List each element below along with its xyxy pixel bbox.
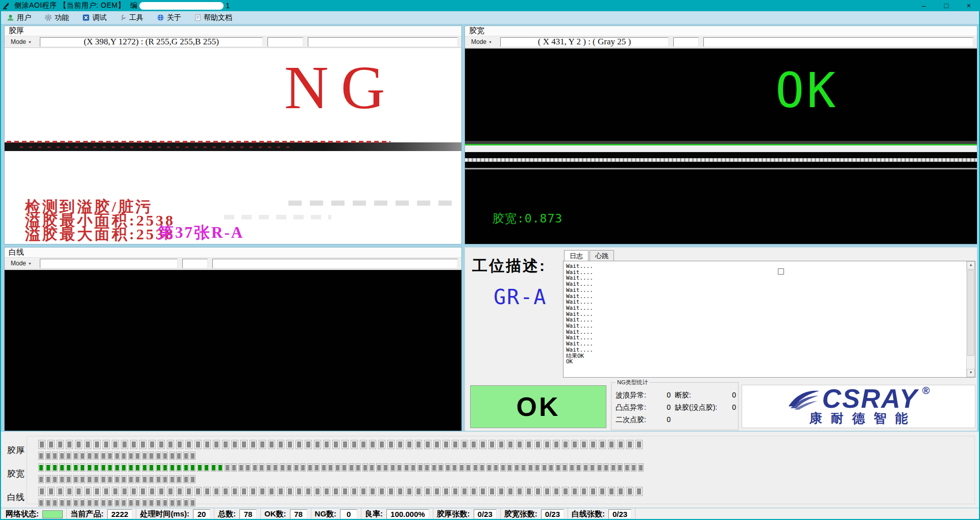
menu-item-tools[interactable]: 工具: [117, 12, 146, 23]
indicator-cell: [142, 499, 148, 507]
indicator-cell: [84, 440, 91, 449]
indicator-cell: [183, 452, 189, 460]
tab-log[interactable]: 日志: [564, 250, 589, 261]
indicator-cell: [75, 487, 82, 496]
pixel-coordinate-readout: [40, 259, 178, 268]
ng-stat-label: 凸点异常:: [616, 403, 646, 412]
indicator-cell: [194, 440, 202, 449]
indicator-cell: [57, 487, 64, 496]
indicator-cell: [516, 440, 523, 449]
log-tabs: 日志 心跳: [563, 250, 975, 261]
menu-item-debug[interactable]: 调试: [80, 12, 109, 23]
indicator-cell: [52, 475, 58, 483]
maximize-button[interactable]: □: [935, 0, 958, 11]
log-list[interactable]: Wait....Wait....Wait....Wait....Wait....…: [563, 261, 975, 378]
tab-heartbeat[interactable]: 心跳: [590, 250, 614, 261]
indicator-cell: [404, 463, 409, 472]
indicator-cell: [185, 487, 192, 496]
indicator-cell: [597, 463, 602, 472]
indicator-cell: [507, 463, 512, 472]
indicator-cell: [296, 440, 303, 449]
indicator-cell: [314, 440, 321, 449]
indicator-cell: [87, 463, 92, 472]
indicator-cell: [121, 487, 128, 496]
indicator-cell: [424, 440, 431, 449]
indicator-cell: [57, 440, 64, 449]
close-button[interactable]: ×: [958, 0, 980, 11]
menu-item-about[interactable]: 关于: [154, 12, 184, 23]
indicator-cell: [183, 475, 189, 483]
minimize-button[interactable]: –: [913, 0, 935, 11]
status-label: 网络状态:: [6, 509, 39, 519]
menu-item-help[interactable]: 帮助文档: [192, 12, 235, 23]
indicator-cell: [479, 440, 486, 449]
indicator-row: [38, 487, 645, 496]
indicator-cell: [443, 487, 450, 496]
indicator-cell: [580, 440, 587, 449]
indicator-cell: [231, 487, 238, 496]
indicator-cell: [369, 440, 376, 449]
user-icon: [7, 14, 14, 21]
indicator-cell: [534, 487, 542, 496]
menu-item-label: 帮助文档: [204, 13, 232, 22]
inspection-image-white-line[interactable]: [5, 270, 461, 431]
indicator-cell: [222, 440, 229, 449]
indicator-cell: [544, 440, 551, 449]
indicator-cell: [84, 487, 91, 496]
indicator-cell: [626, 440, 633, 449]
indicator-cell: [387, 440, 395, 449]
indicator-cell: [608, 440, 615, 449]
indicator-cell: [635, 440, 643, 449]
panel-toolbar: Mode (X 398,Y 1272) : (R 255,G 255,B 255…: [5, 36, 461, 48]
indicator-cell: [608, 487, 615, 496]
status-item: 胶厚张数:0/23: [433, 508, 501, 520]
status-item: 良率:100.000%: [361, 508, 433, 520]
indicator-cell: [93, 475, 99, 483]
indicator-cell: [87, 499, 92, 507]
status-bar: 网络状态:当前产品:2222处理时间(ms):20总数:78OK数:78NG数:…: [0, 508, 980, 520]
mode-dropdown[interactable]: Mode: [7, 259, 35, 267]
indicator-cell: [204, 463, 209, 472]
indicator-cell: [87, 475, 92, 483]
scrollbar-thumb[interactable]: [967, 270, 974, 356]
indicator-cell: [590, 463, 595, 472]
indicator-cell: [121, 452, 127, 460]
indicator-cell: [433, 487, 440, 496]
indicator-cell: [590, 440, 597, 449]
indicator-cell: [162, 499, 168, 507]
indicator-cell: [631, 463, 636, 472]
glue-strip-speckle-band: [465, 158, 977, 162]
indicator-cell: [169, 452, 175, 460]
indicator-cell: [204, 487, 211, 496]
log-entry: Wait....: [566, 299, 972, 305]
mode-dropdown[interactable]: Mode: [468, 38, 496, 46]
indicator-cell: [139, 440, 146, 449]
indicator-cell: [45, 475, 51, 483]
checkbox[interactable]: [778, 268, 784, 275]
log-entry: Wait....: [566, 323, 972, 329]
ng-statistics-title: NG类型统计: [616, 379, 650, 386]
log-scrollbar[interactable]: [966, 261, 975, 377]
mode-dropdown[interactable]: Mode: [7, 38, 35, 46]
inspection-image-glue-thickness[interactable]: NG 检测到溢胶/脏污 溢胶最小面积:2538 溢胶最大面积:2538 第37张…: [5, 48, 461, 244]
indicator-cell: [443, 440, 450, 449]
indicator-cell: [305, 440, 312, 449]
indicator-cell: [47, 440, 55, 449]
panel-toolbar: Mode ( X 431, Y 2 ) : ( Gray 25 ): [465, 36, 977, 48]
window-title-tail: 1: [226, 2, 230, 10]
overall-result-button[interactable]: OK: [470, 385, 606, 428]
menu-item-function[interactable]: 功能: [42, 12, 71, 23]
indicator-cell: [73, 463, 79, 472]
indicator-cell: [45, 499, 51, 507]
scroll-down-icon[interactable]: [967, 369, 975, 377]
log-entry: 结果OK: [566, 353, 972, 359]
indicator-cell: [176, 463, 182, 472]
indicator-cell: [498, 487, 505, 496]
scroll-up-icon[interactable]: [967, 261, 975, 269]
ng-stat-value: 0: [732, 391, 736, 400]
ng-stat-row: 凸点异常:0: [616, 403, 671, 412]
menu-item-user[interactable]: 用户: [4, 12, 34, 23]
indicator-cell: [461, 487, 468, 496]
inspection-image-glue-width[interactable]: OK 胶宽:0.873: [465, 48, 977, 244]
indicator-cell: [73, 475, 79, 483]
